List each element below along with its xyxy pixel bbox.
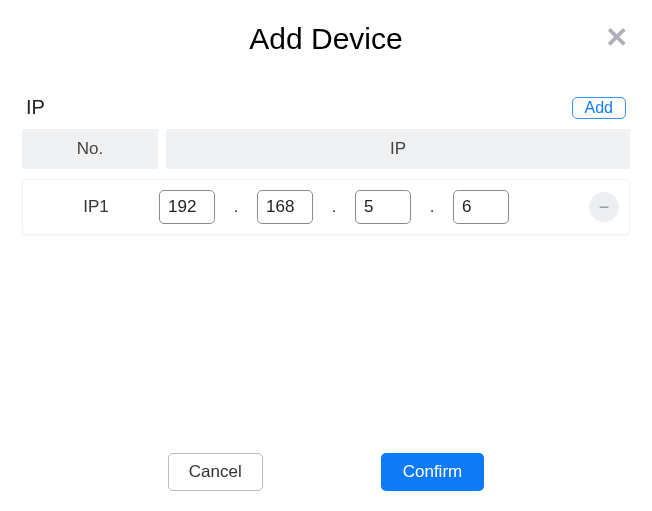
dot-separator: . xyxy=(215,197,257,217)
table-row: IP1 . . . − xyxy=(22,179,630,235)
ip-section: IP Add No. IP IP1 . . . − xyxy=(22,96,630,235)
ip-octet-2[interactable] xyxy=(257,190,313,224)
modal-footer: Cancel Confirm xyxy=(0,453,652,491)
modal-title: Add Device xyxy=(22,22,630,56)
ip-octet-3[interactable] xyxy=(355,190,411,224)
row-label: IP1 xyxy=(33,197,159,217)
close-icon[interactable]: ✕ xyxy=(605,24,628,52)
column-ip: IP xyxy=(166,129,630,169)
remove-row-button[interactable]: − xyxy=(589,192,619,222)
add-device-modal: Add Device ✕ IP Add No. IP IP1 . . . − xyxy=(0,0,652,511)
confirm-button[interactable]: Confirm xyxy=(381,453,485,491)
table-header: No. IP xyxy=(22,129,630,169)
section-header: IP Add xyxy=(22,96,630,119)
add-button[interactable]: Add xyxy=(572,97,626,119)
ip-input-group: . . . xyxy=(159,190,581,224)
column-no: No. xyxy=(22,129,158,169)
ip-octet-1[interactable] xyxy=(159,190,215,224)
dot-separator: . xyxy=(411,197,453,217)
dot-separator: . xyxy=(313,197,355,217)
minus-icon: − xyxy=(599,198,610,216)
ip-octet-4[interactable] xyxy=(453,190,509,224)
cancel-button[interactable]: Cancel xyxy=(168,453,263,491)
section-label: IP xyxy=(26,96,45,119)
